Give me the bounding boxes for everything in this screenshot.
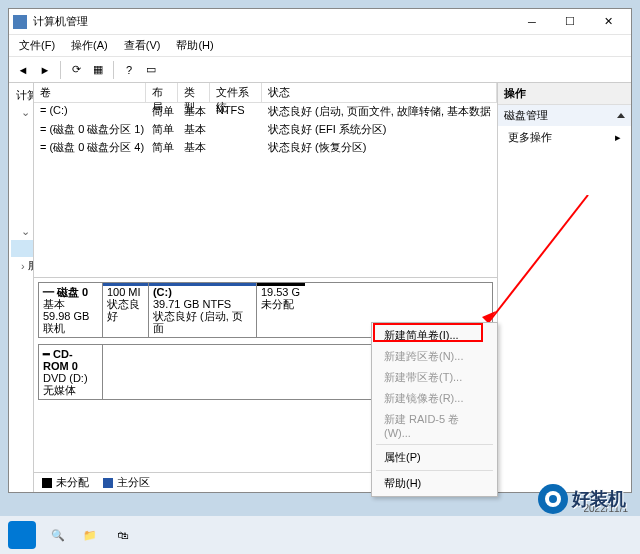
tree-root[interactable]: 计算机管理 (本地) (11, 87, 31, 104)
disk-info: ━ CD-ROM 0DVD (D:)无媒体 (39, 345, 103, 399)
search-icon[interactable]: 🔍 (45, 522, 71, 548)
tree-system-tools[interactable]: ⌄系统工具 (11, 104, 31, 121)
tree-storage[interactable]: ⌄存储 (11, 223, 31, 240)
forward-button[interactable]: ► (35, 60, 55, 80)
help-button[interactable]: ? (119, 60, 139, 80)
menu-separator (376, 470, 493, 471)
menu-item: 新建跨区卷(N)... (372, 346, 497, 367)
actions-panel: 操作 磁盘管理 更多操作▸ (497, 83, 631, 492)
close-button[interactable]: ✕ (589, 10, 627, 34)
volume-row[interactable]: = (磁盘 0 磁盘分区 1)简单基本状态良好 (EFI 系统分区) (34, 121, 497, 139)
watermark-text: 好装机 (572, 487, 626, 511)
legend-primary: 主分区 (103, 475, 150, 490)
expand-icon[interactable]: › (21, 260, 25, 272)
collapse-icon[interactable]: ⌄ (21, 106, 30, 119)
partition[interactable]: 19.53 G未分配 (257, 283, 305, 337)
tree-item[interactable]: ›事件查看器 (11, 138, 34, 155)
view-button[interactable]: ▭ (141, 60, 161, 80)
actions-disk-header[interactable]: 磁盘管理 (498, 105, 631, 126)
refresh-button[interactable]: ⟳ (66, 60, 86, 80)
nav-tree[interactable]: 计算机管理 (本地) ⌄系统工具 ›任务计划程序›事件查看器›共享文件夹›本地用… (9, 83, 34, 492)
maximize-button[interactable]: ☐ (551, 10, 589, 34)
volume-row[interactable]: = (磁盘 0 磁盘分区 4)简单基本状态良好 (恢复分区) (34, 139, 497, 157)
collapse-icon[interactable]: ⌄ (21, 225, 30, 238)
volume-row[interactable]: = (C:)简单基本NTFS状态良好 (启动, 页面文件, 故障转储, 基本数据 (34, 103, 497, 121)
volume-list[interactable]: 卷 布局 类型 文件系统 状态 = (C:)简单基本NTFS状态良好 (启动, … (34, 83, 497, 278)
menu-help[interactable]: 帮助(H) (170, 36, 219, 55)
disk-info: ━ 磁盘 0基本59.98 GB联机 (39, 283, 103, 337)
store-icon[interactable]: 🛍 (109, 522, 135, 548)
menu-item[interactable]: 新建简单卷(I)... (372, 325, 497, 346)
legend-unalloc: 未分配 (42, 475, 89, 490)
body: 计算机管理 (本地) ⌄系统工具 ›任务计划程序›事件查看器›共享文件夹›本地用… (9, 83, 631, 492)
menu-file[interactable]: 文件(F) (13, 36, 61, 55)
explorer-icon[interactable]: 📁 (77, 522, 103, 548)
col-layout[interactable]: 布局 (146, 83, 178, 102)
tree-item[interactable]: ›性能 (11, 189, 34, 206)
separator (113, 61, 114, 79)
volume-header: 卷 布局 类型 文件系统 状态 (34, 83, 497, 103)
watermark: 好装机 (538, 484, 626, 514)
triangle-up-icon (617, 113, 625, 118)
tree-item[interactable]: ›任务计划程序 (11, 121, 34, 138)
separator (60, 61, 61, 79)
tree-disk-management[interactable]: 磁盘管理 (11, 240, 34, 257)
menu-item[interactable]: 帮助(H) (372, 473, 497, 494)
actions-header: 操作 (498, 83, 631, 105)
menu-item: 新建带区卷(T)... (372, 367, 497, 388)
main-panel: 卷 布局 类型 文件系统 状态 = (C:)简单基本NTFS状态良好 (启动, … (34, 83, 631, 492)
tree-button[interactable]: ▦ (88, 60, 108, 80)
toolbar: ◄ ► ⟳ ▦ ? ▭ (9, 57, 631, 83)
tree-item[interactable]: ›本地用户和组 (11, 172, 34, 189)
menu-view[interactable]: 查看(V) (118, 36, 167, 55)
menu-separator (376, 444, 493, 445)
watermark-logo (538, 484, 568, 514)
minimize-button[interactable]: ─ (513, 10, 551, 34)
tree-services[interactable]: ›服务和应用程序 (11, 257, 31, 274)
partition[interactable]: (C:)39.71 GB NTFS状态良好 (启动, 页面 (149, 283, 257, 337)
swatch-primary (103, 478, 113, 488)
col-status[interactable]: 状态 (262, 83, 497, 102)
menu-action[interactable]: 操作(A) (65, 36, 114, 55)
start-button[interactable] (8, 521, 36, 549)
menubar: 文件(F) 操作(A) 查看(V) 帮助(H) (9, 35, 631, 57)
back-button[interactable]: ◄ (13, 60, 33, 80)
swatch-unalloc (42, 478, 52, 488)
tree-item[interactable]: ›设备管理器 (11, 206, 34, 223)
app-icon (13, 15, 27, 29)
menu-item: 新建镜像卷(R)... (372, 388, 497, 409)
tree-item[interactable]: ›共享文件夹 (11, 155, 34, 172)
menu-item: 新建 RAID-5 卷(W)... (372, 409, 497, 442)
titlebar: 计算机管理 ─ ☐ ✕ (9, 9, 631, 35)
col-type[interactable]: 类型 (178, 83, 210, 102)
menu-item[interactable]: 属性(P) (372, 447, 497, 468)
partition[interactable]: 100 MI状态良好 (103, 283, 149, 337)
window-title: 计算机管理 (33, 14, 513, 29)
taskbar[interactable]: 🔍 📁 🛍 (0, 516, 640, 554)
col-volume[interactable]: 卷 (34, 83, 146, 102)
col-fs[interactable]: 文件系统 (210, 83, 262, 102)
chevron-right-icon: ▸ (615, 131, 621, 144)
main-window: 计算机管理 ─ ☐ ✕ 文件(F) 操作(A) 查看(V) 帮助(H) ◄ ► … (8, 8, 632, 493)
actions-more[interactable]: 更多操作▸ (498, 126, 631, 149)
context-menu: 新建简单卷(I)...新建跨区卷(N)...新建带区卷(T)...新建镜像卷(R… (371, 322, 498, 497)
